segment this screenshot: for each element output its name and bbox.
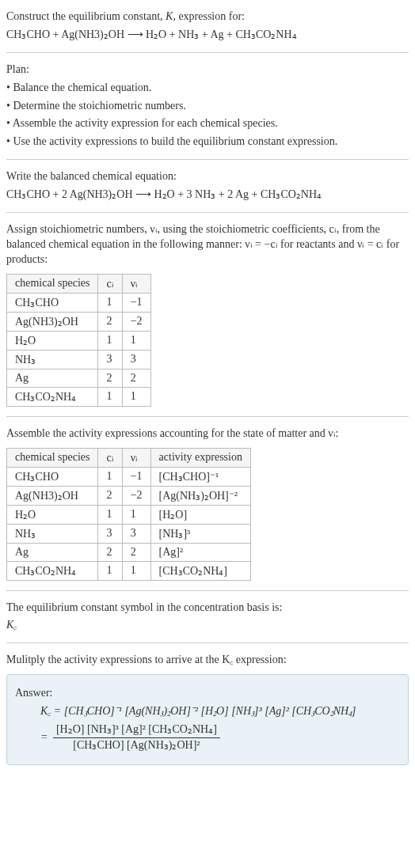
table-cell: H₂O: [7, 505, 98, 524]
answer-box: Answer: K꜀ = [CH₃CHO]⁻¹ [Ag(NH₃)₂OH]⁻² […: [6, 674, 409, 765]
table-cell: 2: [122, 369, 150, 387]
symbol-text: The equilibrium constant symbol in the c…: [6, 601, 409, 616]
table-row: CH₃CHO 1 −1 [CH₃CHO]⁻¹: [7, 467, 251, 486]
table-header: activity expression: [150, 448, 250, 467]
table-cell: 3: [122, 350, 150, 369]
table-cell: 2: [98, 369, 122, 387]
table-cell: 1: [122, 387, 150, 406]
answer-fraction: [H₂O] [NH₃]³ [Ag]² [CH₃CO₂NH₄] [CH₃CHO] …: [53, 722, 220, 753]
stoich-table: chemical species cᵢ νᵢ CH₃CHO 1 −1 Ag(NH…: [6, 274, 151, 407]
table-row: H₂O 1 1 [H₂O]: [7, 505, 251, 524]
table-cell: [H₂O]: [150, 505, 250, 524]
plan-bullet-3: • Assemble the activity expression for e…: [6, 116, 409, 131]
plan-bullet-1: • Balance the chemical equation.: [6, 81, 409, 96]
intro-line1: Construct the equilibrium constant, K, e…: [6, 9, 409, 25]
divider: [6, 642, 409, 643]
table-cell: [NH₃]³: [150, 524, 250, 543]
table-row: Ag(NH3)₂OH 2 −2: [7, 312, 151, 331]
answer-numerator: [H₂O] [NH₃]³ [Ag]² [CH₃CO₂NH₄]: [53, 722, 220, 738]
table-cell: Ag: [7, 543, 98, 561]
table-cell: −1: [122, 293, 150, 312]
table-cell: 2: [98, 312, 122, 331]
table-cell: 1: [122, 505, 150, 524]
table-row: CH₃CHO 1 −1: [7, 293, 151, 312]
symbol-k: K꜀: [6, 618, 409, 633]
table-cell: CH₃CHO: [7, 467, 98, 486]
table-cell: 1: [98, 331, 122, 350]
table-row: H₂O 1 1: [7, 331, 151, 350]
assemble-text: Assemble the activity expressions accoun…: [6, 426, 409, 442]
answer-denominator: [CH₃CHO] [Ag(NH₃)₂OH]²: [53, 738, 220, 753]
table-cell: 1: [98, 387, 122, 406]
answer-eq-prefix: =: [40, 731, 51, 743]
divider: [6, 52, 409, 53]
table-cell: 1: [98, 505, 122, 524]
multiply-text: Mulitply the activity expressions to arr…: [6, 653, 409, 668]
table-cell: 1: [98, 561, 122, 580]
table-cell: 2: [122, 543, 150, 561]
table-cell: 2: [98, 543, 122, 561]
intro-text-part1: Construct the equilibrium constant, K, e…: [6, 10, 245, 22]
table-cell: [CH₃CO₂NH₄]: [150, 561, 250, 580]
table-cell: CH₃CO₂NH₄: [7, 561, 98, 580]
answer-label: Answer:: [15, 686, 400, 701]
table-cell: 1: [122, 331, 150, 350]
balanced-heading: Write the balanced chemical equation:: [6, 169, 409, 184]
table-cell: 3: [122, 524, 150, 543]
table-row: Ag(NH3)₂OH 2 −2 [Ag(NH₃)₂OH]⁻²: [7, 486, 251, 505]
table-cell: −2: [122, 486, 150, 505]
divider: [6, 416, 409, 417]
table-cell: 1: [122, 561, 150, 580]
divider: [6, 159, 409, 160]
plan-heading: Plan:: [6, 63, 409, 78]
plan-bullet-4: • Use the activity expressions to build …: [6, 135, 409, 150]
table-cell: 1: [98, 467, 122, 486]
table-cell: Ag(NH3)₂OH: [7, 486, 98, 505]
table-header: chemical species: [7, 448, 98, 467]
table-cell: 2: [98, 486, 122, 505]
table-cell: [Ag]²: [150, 543, 250, 561]
table-cell: Ag: [7, 369, 98, 387]
answer-fraction-line: = [H₂O] [NH₃]³ [Ag]² [CH₃CO₂NH₄] [CH₃CHO…: [40, 722, 400, 753]
activity-table: chemical species cᵢ νᵢ activity expressi…: [6, 448, 251, 581]
table-cell: [CH₃CHO]⁻¹: [150, 467, 250, 486]
table-row: NH₃ 3 3 [NH₃]³: [7, 524, 251, 543]
table-cell: 1: [98, 293, 122, 312]
divider: [6, 212, 409, 213]
table-cell: 3: [98, 350, 122, 369]
table-row: CH₃CO₂NH₄ 1 1 [CH₃CO₂NH₄]: [7, 561, 251, 580]
table-row: Ag 2 2: [7, 369, 151, 387]
table-row: CH₃CO₂NH₄ 1 1: [7, 387, 151, 406]
table-cell: −2: [122, 312, 150, 331]
table-cell: CH₃CO₂NH₄: [7, 387, 98, 406]
divider: [6, 590, 409, 591]
balanced-equation: CH₃CHO + 2 Ag(NH3)₂OH ⟶ H₂O + 3 NH₃ + 2 …: [6, 188, 409, 203]
table-header: cᵢ: [98, 448, 122, 467]
table-row: NH₃ 3 3: [7, 350, 151, 369]
table-header: νᵢ: [122, 274, 150, 293]
answer-content: K꜀ = [CH₃CHO]⁻¹ [Ag(NH₃)₂OH]⁻² [H₂O] [NH…: [40, 704, 400, 753]
table-cell: 3: [98, 524, 122, 543]
table-cell: NH₃: [7, 524, 98, 543]
document-body: Construct the equilibrium constant, K, e…: [6, 9, 409, 765]
plan-bullet-2: • Determine the stoichiometric numbers.: [6, 99, 409, 114]
table-header: νᵢ: [122, 448, 150, 467]
table-cell: −1: [122, 467, 150, 486]
table-cell: Ag(NH3)₂OH: [7, 312, 98, 331]
table-header: cᵢ: [98, 274, 122, 293]
table-header: chemical species: [7, 274, 98, 293]
table-cell: H₂O: [7, 331, 98, 350]
intro-equation: CH₃CHO + Ag(NH3)₂OH ⟶ H₂O + NH₃ + Ag + C…: [6, 28, 409, 43]
table-cell: CH₃CHO: [7, 293, 98, 312]
table-cell: NH₃: [7, 350, 98, 369]
assign-text: Assign stoichiometric numbers, νᵢ, using…: [6, 222, 409, 267]
table-row: Ag 2 2 [Ag]²: [7, 543, 251, 561]
answer-line1: K꜀ = [CH₃CHO]⁻¹ [Ag(NH₃)₂OH]⁻² [H₂O] [NH…: [40, 704, 400, 719]
table-cell: [Ag(NH₃)₂OH]⁻²: [150, 486, 250, 505]
